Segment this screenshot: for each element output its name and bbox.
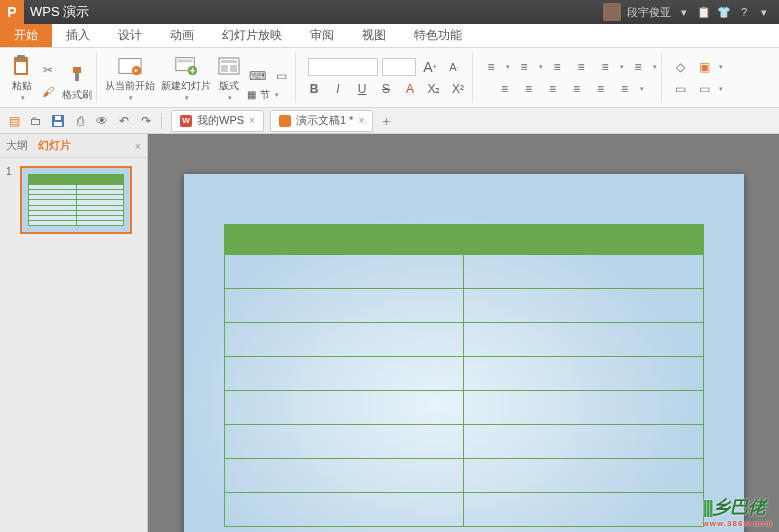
table-cell[interactable] xyxy=(224,391,464,425)
table-cell[interactable] xyxy=(224,493,464,527)
textbox-icon[interactable]: ⌨ xyxy=(247,66,267,86)
tab-features[interactable]: 特色功能 xyxy=(400,24,476,47)
shape-diamond-icon[interactable]: ◇ xyxy=(670,57,690,77)
tab-slideshow[interactable]: 幻灯片放映 xyxy=(208,24,296,47)
align-distribute-button[interactable]: ≡ xyxy=(591,79,611,99)
print-preview-button[interactable]: 👁 xyxy=(92,111,112,131)
close-icon[interactable]: × xyxy=(135,140,141,152)
bullets-button[interactable]: ≡ xyxy=(481,57,501,77)
bold-button[interactable]: B xyxy=(304,79,324,99)
tab-slides[interactable]: 幻灯片 xyxy=(38,138,71,153)
table-cell[interactable] xyxy=(464,459,704,493)
thumbnail-item[interactable]: 1 xyxy=(6,166,141,234)
table-cell[interactable] xyxy=(224,225,464,255)
table-cell[interactable] xyxy=(224,289,464,323)
section-button[interactable]: ▦ 节▾ xyxy=(247,88,291,102)
layout-button[interactable]: 版式▾ xyxy=(217,54,241,102)
close-icon[interactable]: × xyxy=(358,115,364,126)
print-button[interactable]: ⎙ xyxy=(70,111,90,131)
table-cell[interactable] xyxy=(224,459,464,493)
from-current-button[interactable]: 从当前开始▾ xyxy=(105,54,155,102)
table-cell[interactable] xyxy=(224,425,464,459)
table-row[interactable] xyxy=(224,289,703,323)
superscript-button[interactable]: X² xyxy=(448,79,468,99)
table-cell[interactable] xyxy=(464,391,704,425)
new-slide-button[interactable]: 新建幻灯片▾ xyxy=(161,54,211,102)
table-cell[interactable] xyxy=(464,289,704,323)
align-left-button[interactable]: ≡ xyxy=(495,79,515,99)
font-size-select[interactable] xyxy=(382,58,416,76)
subscript-button[interactable]: X₂ xyxy=(424,79,444,99)
svg-rect-12 xyxy=(221,65,228,72)
shape-outline-button[interactable]: ▭ xyxy=(694,79,714,99)
text-direction-button[interactable]: ≡ xyxy=(628,57,648,77)
tab-start[interactable]: 开始 xyxy=(0,24,52,47)
more-dropdown-icon[interactable]: ▾ xyxy=(757,5,771,19)
slide-table[interactable] xyxy=(224,224,704,527)
skin-icon[interactable]: 👕 xyxy=(717,5,731,19)
numbering-button[interactable]: ≡ xyxy=(514,57,534,77)
line-spacing-button[interactable]: ≡ xyxy=(595,57,615,77)
increase-indent-button[interactable]: ≡ xyxy=(571,57,591,77)
table-row[interactable] xyxy=(224,493,703,527)
open-button[interactable]: 🗀 xyxy=(26,111,46,131)
add-tab-button[interactable]: + xyxy=(375,113,397,129)
shrink-font-button[interactable]: A- xyxy=(444,57,464,77)
username[interactable]: 段宇俊亚 xyxy=(627,5,671,20)
table-cell[interactable] xyxy=(464,255,704,289)
table-cell[interactable] xyxy=(464,425,704,459)
table-cell[interactable] xyxy=(464,357,704,391)
undo-button[interactable]: ↶ xyxy=(114,111,134,131)
shape-rect-icon[interactable]: ▭ xyxy=(670,79,690,99)
table-cell[interactable] xyxy=(464,225,704,255)
user-dropdown-icon[interactable]: ▾ xyxy=(677,5,691,19)
table-cell[interactable] xyxy=(224,255,464,289)
paste-button[interactable]: 粘贴▾ xyxy=(10,54,34,102)
redo-button[interactable]: ↷ xyxy=(136,111,156,131)
table-cell[interactable] xyxy=(224,357,464,391)
table-cell[interactable] xyxy=(464,323,704,357)
table-cell[interactable] xyxy=(464,493,704,527)
table-row[interactable] xyxy=(224,255,703,289)
menu-button[interactable]: ▤ xyxy=(4,111,24,131)
cut-button[interactable]: ✂ xyxy=(38,60,58,80)
tab-view[interactable]: 视图 xyxy=(348,24,400,47)
table-row[interactable] xyxy=(224,357,703,391)
shape-rect-icon[interactable]: ▭ xyxy=(271,66,291,86)
align-center-button[interactable]: ≡ xyxy=(519,79,539,99)
align-right-button[interactable]: ≡ xyxy=(543,79,563,99)
save-button[interactable] xyxy=(48,111,68,131)
font-name-select[interactable] xyxy=(308,58,378,76)
slide[interactable] xyxy=(184,174,744,532)
notes-icon[interactable]: 📋 xyxy=(697,5,711,19)
tab-review[interactable]: 审阅 xyxy=(296,24,348,47)
table-row[interactable] xyxy=(224,225,703,255)
canvas-area[interactable] xyxy=(148,134,779,532)
table-cell[interactable] xyxy=(224,323,464,357)
main-area: 大纲 幻灯片 × 1 xyxy=(0,134,779,532)
help-icon[interactable]: ? xyxy=(737,5,751,19)
tab-animation[interactable]: 动画 xyxy=(156,24,208,47)
doctab-mywps[interactable]: W 我的WPS × xyxy=(171,110,264,132)
tab-outline[interactable]: 大纲 xyxy=(6,138,28,153)
table-row[interactable] xyxy=(224,323,703,357)
align-justify-button[interactable]: ≡ xyxy=(567,79,587,99)
table-row[interactable] xyxy=(224,425,703,459)
tab-design[interactable]: 设计 xyxy=(104,24,156,47)
format-painter-icon[interactable]: 🖌 xyxy=(38,82,58,102)
italic-button[interactable]: I xyxy=(328,79,348,99)
underline-button[interactable]: U xyxy=(352,79,372,99)
doctab-presentation[interactable]: 演示文稿1 * × xyxy=(270,110,373,132)
tab-insert[interactable]: 插入 xyxy=(52,24,104,47)
avatar[interactable] xyxy=(603,3,621,21)
close-icon[interactable]: × xyxy=(249,115,255,126)
format-brush-button[interactable]: 格式刷 xyxy=(62,63,92,102)
grow-font-button[interactable]: A+ xyxy=(420,57,440,77)
strikethrough-button[interactable]: S xyxy=(376,79,396,99)
columns-button[interactable]: ≡ xyxy=(615,79,635,99)
shape-fill-button[interactable]: ▣ xyxy=(694,57,714,77)
font-color-button[interactable]: A xyxy=(400,79,420,99)
table-row[interactable] xyxy=(224,391,703,425)
decrease-indent-button[interactable]: ≡ xyxy=(547,57,567,77)
table-row[interactable] xyxy=(224,459,703,493)
